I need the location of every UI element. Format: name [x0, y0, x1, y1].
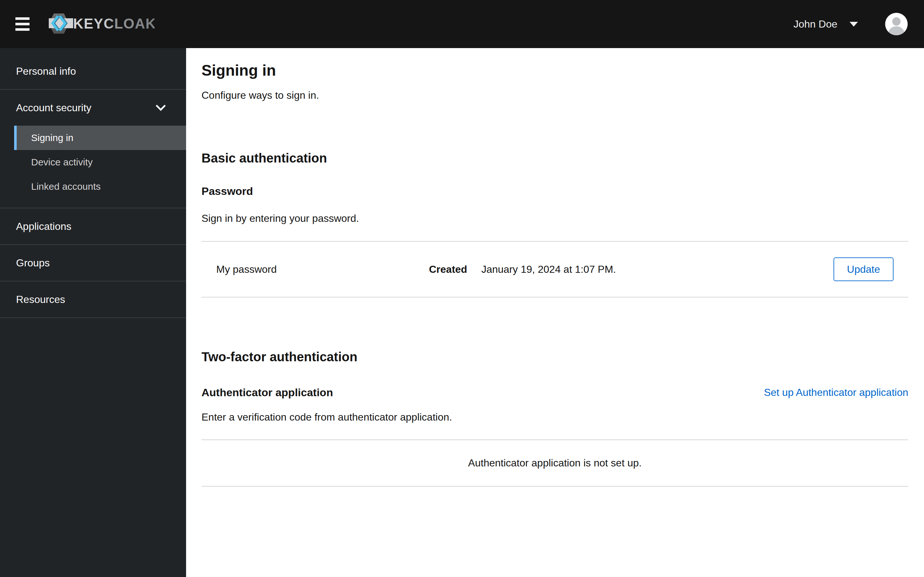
sidebar-item-applications[interactable]: Applications [0, 208, 186, 244]
page-subtitle: Configure ways to sign in. [202, 89, 908, 102]
sidebar: Personal info Account security Signing i… [0, 48, 186, 577]
credential-name: My password [216, 263, 429, 276]
authenticator-title: Authenticator application [202, 385, 333, 400]
sidebar-item-device-activity[interactable]: Device activity [14, 150, 186, 174]
section-heading-two-factor: Two-factor authentication [202, 349, 908, 365]
avatar[interactable] [885, 13, 908, 35]
hamburger-bar [15, 28, 29, 31]
sidebar-item-label: Applications [16, 221, 71, 232]
sidebar-item-signing-in[interactable]: Signing in [14, 126, 186, 150]
page-layout: Personal info Account security Signing i… [0, 48, 924, 577]
sidebar-item-label: Account security [16, 102, 91, 114]
sidebar-item-personal-info[interactable]: Personal info [0, 53, 186, 89]
password-description: Sign in by entering your password. [202, 211, 908, 225]
authenticator-description: Enter a verification code from authentic… [202, 410, 908, 424]
sidebar-item-label: Personal info [16, 65, 76, 77]
sidebar-item-label: Groups [16, 257, 50, 269]
sidebar-item-groups[interactable]: Groups [0, 245, 186, 281]
nav-section: Resources [0, 282, 186, 318]
nav-section: Applications [0, 208, 186, 245]
password-title: Password [202, 184, 908, 198]
account-security-sublist: Signing in Device activity Linked accoun… [0, 126, 186, 208]
two-factor-section: Two-factor authentication Authenticator … [202, 349, 908, 487]
user-avatar-icon [885, 13, 908, 35]
hamburger-bar [15, 23, 29, 25]
hamburger-bar [15, 17, 29, 20]
update-button[interactable]: Update [834, 258, 893, 281]
authenticator-empty-row: Authenticator application is not set up. [202, 440, 908, 487]
keycloak-logo: KEYCLOAK [49, 13, 155, 35]
brand-text: KEYCLOAK [73, 16, 155, 31]
user-name: John Doe [793, 19, 837, 29]
authenticator-empty-state: Authenticator application is not set up. [468, 457, 642, 469]
sidebar-item-resources[interactable]: Resources [0, 282, 186, 318]
chevron-down-icon [156, 101, 166, 111]
password-row: My password Created January 19, 2024 at … [202, 241, 908, 298]
main-content: Signing in Configure ways to sign in. Ba… [186, 48, 924, 577]
nav-section: Account security Signing in Device activ… [0, 90, 186, 208]
basic-authentication-section: Basic authentication Password Sign in by… [202, 150, 908, 298]
authenticator-header: Authenticator application Set up Authent… [202, 385, 908, 400]
caret-down-icon [850, 22, 858, 27]
hamburger-icon[interactable] [15, 17, 29, 31]
nav-section: Groups [0, 245, 186, 282]
user-menu[interactable]: John Doe [793, 19, 858, 29]
nav-section: Personal info [0, 53, 186, 90]
created-value: January 19, 2024 at 1:07 PM. [481, 263, 616, 276]
sidebar-subitem-label: Device activity [31, 157, 93, 168]
created-label: Created [429, 263, 467, 276]
setup-authenticator-link[interactable]: Set up Authenticator application [764, 387, 908, 398]
sidebar-item-label: Resources [16, 293, 65, 306]
section-heading-basic-auth: Basic authentication [202, 150, 908, 166]
sidebar-subitem-label: Linked accounts [31, 181, 101, 192]
masthead: KEYCLOAK John Doe [0, 0, 924, 48]
sidebar-item-account-security[interactable]: Account security [0, 90, 186, 126]
sidebar-subitem-label: Signing in [31, 132, 73, 143]
page-title: Signing in [202, 61, 908, 80]
sidebar-item-linked-accounts[interactable]: Linked accounts [14, 174, 186, 199]
keycloak-logo-icon: KEYCLOAK [49, 13, 155, 35]
